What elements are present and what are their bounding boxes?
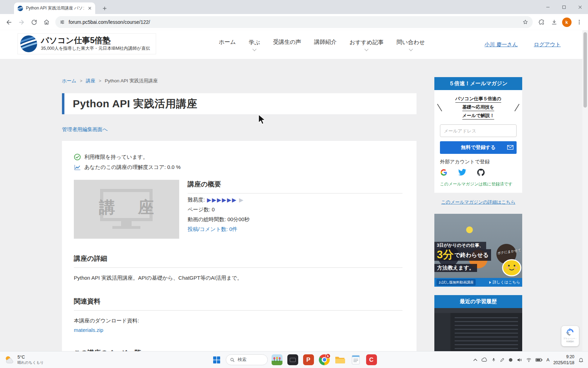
user-name-link[interactable]: 小川 慶一さん <box>484 41 518 48</box>
ad-bottom-bar: お試し版無料動画講座 詳しくはこちら <box>434 278 522 287</box>
permission-text: 利用権限を持っています。 <box>84 154 148 161</box>
extensions-icon[interactable] <box>536 16 547 28</box>
registered-note: このメールマガジンは既に登録済です <box>440 181 517 187</box>
tab-close-icon[interactable] <box>87 6 92 11</box>
nav-label: 問い合わせ <box>397 39 425 46</box>
site-title: パソコン仕事5倍塾 <box>41 36 150 45</box>
breadcrumb-courses-link[interactable]: 講座 <box>86 78 95 84</box>
newsletter-details-link[interactable]: このメールマガジンの詳細はこちら <box>434 199 522 205</box>
difficulty-label: 難易度: <box>188 197 205 203</box>
red-c-app-icon[interactable]: C <box>365 353 378 367</box>
nav-item-contact[interactable]: 問い合わせ <box>397 39 425 50</box>
start-button[interactable] <box>210 353 223 367</box>
recaptcha-badge[interactable]: プライバシー・利用規約 <box>561 326 579 346</box>
history-thumbnail[interactable] <box>434 308 522 351</box>
score-text: あなたのこの講座の理解度スコア: 0.0 % <box>84 164 181 171</box>
newsletter-card: パソコン仕事５倍速の 基礎〜応用技を メールで解説！ 無料で登録する 外部アカウ… <box>434 90 522 193</box>
ad-cta[interactable]: 詳しくはこちら <box>489 280 520 285</box>
nav-item-learn[interactable]: 学ぶ <box>249 39 260 50</box>
mascot-character-icon <box>500 256 522 278</box>
system-tray: A 9:20 2025/01/18 <box>473 354 588 365</box>
score-row: あなたのこの講座の理解度スコア: 0.0 % <box>74 164 402 171</box>
materials-zip-link[interactable]: materials.zip <box>74 327 402 333</box>
browser-tab[interactable]: Python API 実践活用講座 パソコ <box>14 2 95 14</box>
twitter-icon[interactable] <box>458 169 467 176</box>
forward-button[interactable] <box>15 16 27 28</box>
breadcrumb-separator: > <box>80 79 82 83</box>
bookmark-star-icon[interactable] <box>522 19 528 25</box>
file-explorer-icon[interactable] <box>333 353 346 367</box>
nav-item-voices[interactable]: 受講生の声 <box>273 39 301 51</box>
browser-window: Python API 実践活用講座 パソコ <box>0 0 588 368</box>
downloads-icon[interactable] <box>548 16 560 28</box>
comments-link[interactable]: 投稿/コメント数: 0件 <box>188 226 402 233</box>
video-total: 動画の総時間数: 00分00秒 <box>188 216 402 223</box>
volume-icon[interactable] <box>517 357 522 363</box>
nav-label: 学ぶ <box>249 39 260 46</box>
battery-icon[interactable] <box>536 358 542 362</box>
reload-button[interactable] <box>28 16 40 28</box>
recaptcha-icon <box>566 328 575 337</box>
register-button[interactable]: 無料で登録する <box>440 141 517 154</box>
tray-chevron-up-icon[interactable] <box>473 359 477 361</box>
history-title: 最近の学習履歴 <box>434 295 522 308</box>
email-field[interactable] <box>440 124 517 137</box>
tab-favicon-icon <box>18 6 23 11</box>
dark-app-icon[interactable] <box>286 353 299 367</box>
github-icon[interactable] <box>477 169 485 176</box>
overview-heading: 講座の概要 <box>188 180 402 193</box>
ime-indicator[interactable]: A <box>546 357 550 362</box>
notepad-icon[interactable] <box>349 353 362 367</box>
newsletter-title: ５倍速！メールマガジン <box>434 77 522 90</box>
powerpoint-icon[interactable]: P <box>302 353 315 367</box>
home-button[interactable] <box>41 16 52 28</box>
nav-item-articles[interactable]: おすすめ記事 <box>350 39 384 50</box>
tray-pen-icon[interactable] <box>500 357 505 362</box>
chrome-icon[interactable]: k <box>317 353 331 367</box>
site-logo[interactable]: パソコン仕事5倍塾 35,000人を指導した東大卒・元日本IBM社内講師が直伝 <box>18 33 156 54</box>
breadcrumb-separator: > <box>99 79 101 83</box>
browser-menu-icon[interactable] <box>573 16 585 28</box>
page-list-heading: この講座のページ一覧 <box>74 348 402 351</box>
back-button[interactable] <box>3 16 15 28</box>
course-overview-section: 講 座 講座の概要 難易度: ▶▶▶▶▶▶ ▶ ページ数: 0 動画の総時間数:… <box>74 180 402 239</box>
tray-status-dot-icon[interactable] <box>509 358 513 362</box>
chevron-down-icon <box>365 47 369 51</box>
page-scrollbar[interactable] <box>582 30 588 351</box>
window-close-icon[interactable] <box>572 0 588 14</box>
tray-mic-icon[interactable] <box>491 357 496 362</box>
page-content: ホーム > 講座 > Python API 実践活用講座 Python API … <box>0 59 588 351</box>
window-maximize-icon[interactable] <box>556 0 572 14</box>
taskbar: 5°C 晴れのちくもり 検索 P <box>0 351 588 368</box>
notification-bell-icon[interactable] <box>578 357 584 363</box>
taskbar-search[interactable]: 検索 <box>226 354 268 365</box>
tray-cloud-icon[interactable] <box>481 357 488 362</box>
site-subtitle: 35,000人を指導した東大卒・元日本IBM社内講師が直伝 <box>41 46 150 52</box>
logout-link[interactable]: ログアウト <box>534 41 561 48</box>
widgets-flowers-icon[interactable] <box>270 353 284 367</box>
wifi-icon[interactable] <box>526 357 532 362</box>
weather-widget[interactable]: 5°C 晴れのちくもり <box>0 355 80 365</box>
nav-item-instructors[interactable]: 講師紹介 <box>314 39 337 51</box>
ad-big-number: 3分 <box>437 249 454 260</box>
register-button-label: 無料で登録する <box>461 144 496 150</box>
details-heading: 講座の詳細 <box>74 254 402 268</box>
taskbar-clock[interactable]: 9:20 2025/01/18 <box>553 354 574 365</box>
profile-avatar[interactable]: k <box>561 16 573 28</box>
admin-edit-link[interactable]: 管理者用編集画面へ <box>62 126 108 133</box>
nav-item-home[interactable]: ホーム <box>219 39 236 51</box>
window-controls <box>540 0 588 14</box>
mail-icon <box>507 145 513 150</box>
address-bar[interactable]: forum.pc5bai.com/lesson/course/122/ <box>55 16 533 28</box>
main-nav: ホーム 学ぶ 受講生の声 講師紹介 おすすめ記事 問い合わせ <box>219 30 425 59</box>
window-minimize-icon[interactable] <box>540 0 556 14</box>
new-tab-button[interactable] <box>100 4 109 13</box>
materials-heading: 関連資料 <box>74 297 402 311</box>
scrollbar-thumb[interactable] <box>583 32 587 108</box>
site-info-icon[interactable] <box>59 19 65 25</box>
google-icon[interactable] <box>440 169 448 176</box>
ad-banner[interactable]: 3日がかりのその仕事、 3分 で終わらせる 方法教えます。 ボクにまかせて お試… <box>434 214 522 287</box>
user-links: 小川 慶一さん ログアウト <box>484 30 561 59</box>
ad-line3: 方法教えます。 <box>434 264 477 272</box>
breadcrumb-home-link[interactable]: ホーム <box>62 78 76 84</box>
